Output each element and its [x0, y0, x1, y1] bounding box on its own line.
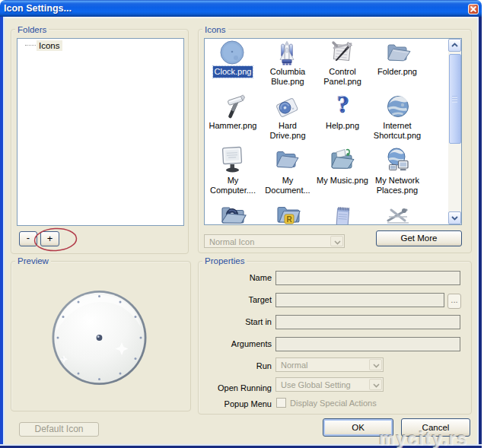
svg-text:R: R	[287, 215, 293, 224]
svg-text:?: ?	[336, 92, 349, 117]
